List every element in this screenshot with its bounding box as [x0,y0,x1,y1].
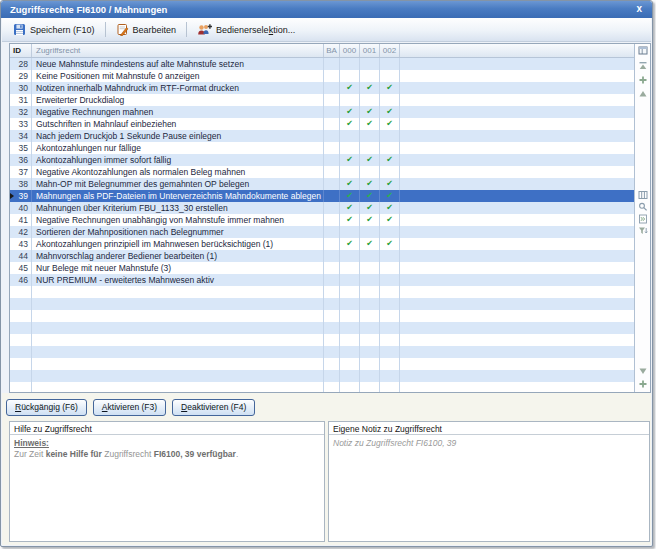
grid-row-36[interactable]: 36Akontozahlungen immer sofort fällig✔✔✔ [10,154,634,166]
check-001 [360,58,380,70]
check-000: ✔ [340,154,360,166]
check-000 [340,274,360,286]
check-000 [340,130,360,142]
deactivate-button[interactable]: Deaktivieren (F4) [172,399,255,416]
check-002: ✔ [380,154,400,166]
operator-selection-button[interactable]: Bedienerselektion... [191,21,301,38]
title-bar[interactable]: Zugriffsrechte FI6100 / Mahnungen x [1,1,652,18]
check-002 [380,166,400,178]
scroll-up-icon[interactable] [638,89,648,99]
grid-row-29[interactable]: 29Keine Positionen mit Mahnstufe 0 anzei… [10,70,634,82]
grid-row-38[interactable]: 38Mahn-OP mit Belegnummer des gemahnten … [10,178,634,190]
export-icon[interactable] [638,214,648,224]
note-panel-title: Eigene Notiz zu Zugriffsrecht [329,422,649,435]
grid-row-empty[interactable] [10,382,634,392]
scroll-down-icon[interactable] [638,366,648,376]
note-panel-body[interactable]: Notiz zu Zugriffsrecht FI6100, 39 [329,435,649,452]
grid-row-30[interactable]: 30Notizen innerhalb Mahndruck im RTF-For… [10,82,634,94]
grid-row-35[interactable]: 35Akontozahlungen nur fällige [10,142,634,154]
grid-row-31[interactable]: 31Erweiterter Druckdialog [10,94,634,106]
edit-button[interactable]: Bearbeiten [110,21,183,38]
grid-row-42[interactable]: 42Sortieren der Mahnpositionen nach Bele… [10,226,634,238]
grid-row-empty[interactable] [10,358,634,370]
grid-options-icon[interactable] [638,46,648,56]
check-002 [380,94,400,106]
columns-icon[interactable] [638,190,648,200]
users-plus-icon [197,23,212,36]
col-header-002[interactable]: 002 [380,44,400,57]
search-icon[interactable] [638,202,648,212]
grid-row-44[interactable]: 44Mahnvorschlag anderer Bediener bearbei… [10,250,634,262]
grid-row-41[interactable]: 41Negative Rechnungen unabhängig von Mah… [10,214,634,226]
check-002: ✔ [380,106,400,118]
grid-row-43[interactable]: 43Akontozahlungen prinzipiell im Mahnwes… [10,238,634,250]
filter-sort-icon[interactable] [638,226,648,236]
grid-row-46[interactable]: 46NUR PREMIUM - erweitertes Mahnwesen ak… [10,274,634,286]
check-001: ✔ [360,202,380,214]
grid-row-45[interactable]: 45Nur Belege mit neuer Mahnstufe (3) [10,262,634,274]
check-001: ✔ [360,106,380,118]
check-000: ✔ [340,118,360,130]
check-001: ✔ [360,82,380,94]
check-002 [380,262,400,274]
grid-row-39-selected[interactable]: 39Mahnungen als PDF-Dateien im Unterverz… [10,190,634,202]
grid-scrollbar[interactable] [634,44,650,392]
note-panel: Eigene Notiz zu Zugriffsrecht Notiz zu Z… [328,421,650,542]
check-002 [380,250,400,262]
check-000 [340,94,360,106]
save-icon [13,23,26,36]
check-001: ✔ [360,118,380,130]
help-panel-body: Hinweis: Zur Zeit keine Hilfe für Zugrif… [10,435,324,463]
scroll-page-down-icon[interactable] [638,379,648,389]
check-002 [380,130,400,142]
activate-button[interactable]: Aktivieren (F3) [93,399,166,416]
check-001 [360,250,380,262]
col-header-000[interactable]: 000 [340,44,360,57]
dialog-window: Zugriffsrechte FI6100 / Mahnungen x Spei… [0,0,653,547]
check-000: ✔ [340,106,360,118]
check-002 [380,274,400,286]
col-header-zugriffsrecht[interactable]: Zugriffsrecht [32,44,324,57]
check-000 [340,142,360,154]
grid-row-34[interactable]: 34Nach jedem Druckjob 1 Sekunde Pause ei… [10,130,634,142]
help-text: Zur Zeit keine Hilfe für Zugriffsrecht F… [14,449,320,460]
col-header-001[interactable]: 001 [360,44,380,57]
check-001 [360,274,380,286]
grid-row-33[interactable]: 33Gutschriften in Mahnlauf einbeziehen✔✔… [10,118,634,130]
help-panel: Hilfe zu Zugriffsrecht Hinweis: Zur Zeit… [9,421,325,542]
check-001 [360,226,380,238]
check-002: ✔ [380,82,400,94]
grid-row-40[interactable]: 40Mahnungen über Kriterium FBU_1133_30 e… [10,202,634,214]
check-001 [360,130,380,142]
scroll-to-top-icon[interactable] [638,61,648,71]
window-title: Zugriffsrechte FI6100 / Mahnungen [10,4,167,15]
grid-row-empty[interactable] [10,310,634,322]
check-000: ✔ [340,238,360,250]
grid-row-empty[interactable] [10,322,634,334]
col-header-id[interactable]: ID [10,44,32,57]
grid-row-28[interactable]: 28Neue Mahnstufe mindestens auf alte Mah… [10,58,634,70]
grid-row-empty[interactable] [10,334,634,346]
grid-row-empty[interactable] [10,370,634,382]
grid-header[interactable]: ID Zugriffsrecht BA 000 001 002 [10,44,634,58]
operator-selection-label: Bedienerselektion... [216,25,295,35]
grid-row-37[interactable]: 37Negative Akontozahlungen als normalen … [10,166,634,178]
grid-row-empty[interactable] [10,286,634,298]
toolbar: Speichern (F10) Bearbeiten Bedienerselek… [2,18,651,42]
col-header-ba[interactable]: BA [324,44,340,57]
check-000 [340,166,360,178]
check-000 [340,262,360,274]
scroll-page-up-icon[interactable] [638,75,648,85]
grid-row-empty[interactable] [10,298,634,310]
edit-icon [116,23,129,36]
close-icon[interactable]: x [636,1,642,17]
undo-button[interactable]: Rückgängig (F6) [6,399,87,416]
grid-row-empty[interactable] [10,346,634,358]
help-panel-title: Hilfe zu Zugriffsrecht [10,422,324,435]
check-002: ✔ [380,118,400,130]
grid-row-32[interactable]: 32Negative Rechnungen mahnen✔✔✔ [10,106,634,118]
save-button[interactable]: Speichern (F10) [7,21,101,38]
note-text[interactable]: Notiz zu Zugriffsrecht FI6100, 39 [333,438,645,449]
check-001: ✔ [360,154,380,166]
check-000: ✔ [340,178,360,190]
